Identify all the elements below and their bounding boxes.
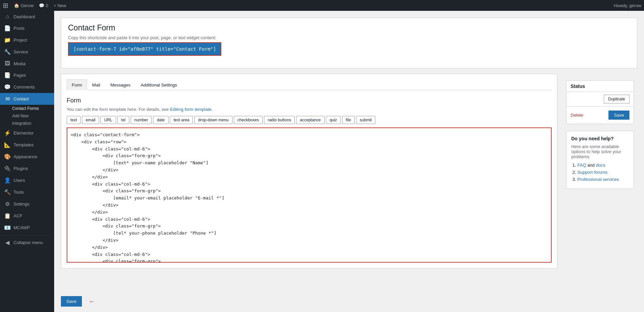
sidebar-label-acf: ACF	[14, 213, 22, 218]
sidebar-item-acf[interactable]: 📋 ACF	[0, 210, 54, 222]
sidebar-item-appearance[interactable]: 🎨 Appearance	[0, 151, 54, 163]
sidebar-item-contact[interactable]: ✉ Contact	[0, 93, 54, 105]
sidebar-label-media: Media	[14, 61, 25, 66]
tag-btn-tel[interactable]: tel	[117, 116, 129, 124]
support-forums-link[interactable]: Support forums	[577, 170, 607, 175]
shortcode-box[interactable]: [contact-form-7 id="af0e077" title="Cont…	[68, 42, 221, 56]
tag-btn-dropdown[interactable]: drop-down menu	[194, 116, 232, 124]
professional-services-link[interactable]: Professional services	[577, 177, 619, 182]
tag-btn-number[interactable]: number	[131, 116, 152, 124]
help-list-item-1: FAQ and docs	[577, 163, 629, 168]
contact-icon: ✉	[4, 96, 11, 102]
admin-bar: ⊞ 🏠 Gerow 💬 0 + New Howdy, gerow	[0, 0, 644, 11]
tab-mail[interactable]: Mail	[87, 79, 105, 90]
delete-link[interactable]: Delete	[571, 113, 583, 118]
sidebar-label-tools: Tools	[14, 190, 24, 195]
sidebar-item-pages[interactable]: 📑 Pages	[0, 69, 54, 81]
tag-btn-file[interactable]: file	[342, 116, 355, 124]
mc4wp-icon: 📧	[4, 224, 11, 231]
status-box-header: Status	[567, 81, 634, 92]
tag-btn-quiz[interactable]: quiz	[326, 116, 341, 124]
tools-icon: 🔨	[4, 189, 11, 195]
sidebar-label-settings: Settings	[14, 201, 29, 207]
sidebar-item-media[interactable]: 🖼 Media	[0, 58, 54, 69]
new-item-button[interactable]: + New	[54, 3, 66, 8]
help-description: Here are some available options to help …	[571, 144, 629, 159]
page-title: Contact Form	[68, 23, 630, 32]
tag-btn-checkboxes[interactable]: checkboxes	[234, 116, 263, 124]
help-list-item-3: Professional services	[577, 177, 629, 182]
sidebar-item-service[interactable]: 🔧 Service	[0, 46, 54, 58]
tag-btn-radio[interactable]: radio buttons	[264, 116, 295, 124]
faq-link[interactable]: FAQ	[577, 163, 586, 168]
collapse-icon: ◀	[4, 239, 11, 246]
bottom-save-button[interactable]: Save	[61, 296, 82, 307]
sidebar-item-settings[interactable]: ⚙ Settings	[0, 198, 54, 210]
collapse-menu-button[interactable]: ◀ Collapse menu	[0, 237, 54, 248]
tag-btn-date[interactable]: date	[153, 116, 168, 124]
sidebar-sub-contact-forms[interactable]: Contact Forms	[0, 105, 54, 112]
tag-btn-textarea[interactable]: text area	[170, 116, 193, 124]
save-button-status[interactable]: Save	[608, 111, 629, 120]
service-icon: 🔧	[4, 49, 11, 55]
sidebar-item-tools[interactable]: 🔨 Tools	[0, 186, 54, 198]
comments-icon: 💬	[4, 84, 11, 90]
tab-additional-settings[interactable]: Additional Settings	[135, 79, 182, 90]
sidebar-sub-add-new[interactable]: Add New	[0, 112, 54, 120]
docs-link[interactable]: docs	[596, 163, 605, 168]
sidebar-item-elementor[interactable]: ⚡ Elementor	[0, 127, 54, 139]
tag-btn-submit[interactable]: submit	[356, 116, 375, 124]
comments-link[interactable]: 💬 0	[39, 3, 48, 8]
wp-logo[interactable]: ⊞	[3, 1, 8, 9]
appearance-icon: 🎨	[4, 153, 11, 160]
sidebar-sub-integration[interactable]: Integration	[0, 120, 54, 127]
tag-btn-text[interactable]: text	[67, 116, 81, 124]
right-sidebar: Status Duplicate Delete Save Do you need…	[563, 74, 637, 268]
sidebar-label-appearance: Appearance	[14, 154, 37, 159]
tag-btn-url[interactable]: URL	[101, 116, 116, 124]
sidebar-item-users[interactable]: 👤 Users	[0, 174, 54, 186]
sidebar-label-project: Project	[14, 38, 27, 43]
elementor-icon: ⚡	[4, 130, 11, 136]
posts-icon: 📄	[4, 25, 11, 31]
users-icon: 👤	[4, 177, 11, 184]
sidebar-label-mc4wp: MC4WP	[14, 225, 30, 230]
status-box-body: Delete Save	[567, 106, 634, 124]
plugins-icon: 🔌	[4, 165, 11, 172]
help-links-list: FAQ and docs Support forums Professional…	[571, 163, 629, 182]
sidebar-label-service: Service	[14, 49, 28, 54]
shortcode-code: [contact-form-7 id="af0e077" title="Cont…	[73, 46, 216, 52]
sidebar-item-dashboard[interactable]: ⌂ Dashboard	[0, 11, 54, 22]
sidebar-label-posts: Posts	[14, 26, 25, 31]
code-textarea[interactable]: <div class="contact-form"> <div class="r…	[67, 128, 551, 262]
home-icon: 🏠	[14, 3, 19, 8]
sidebar-label-dashboard: Dashboard	[14, 14, 35, 19]
status-box-top: Duplicate	[567, 92, 634, 106]
sidebar-item-templates[interactable]: 📐 Templates	[0, 139, 54, 151]
sidebar-item-posts[interactable]: 📄 Posts	[0, 22, 54, 34]
tab-messages[interactable]: Messages	[105, 79, 135, 90]
sidebar-label-contact: Contact	[14, 96, 29, 101]
media-icon: 🖼	[4, 61, 11, 67]
tab-form[interactable]: Form	[67, 79, 87, 90]
form-tabs: Form Mail Messages Additional Settings	[67, 79, 552, 90]
sidebar-separator	[0, 235, 54, 235]
help-box: Do you need help? Here are some availabl…	[566, 131, 634, 189]
sidebar-item-plugins[interactable]: 🔌 Plugins	[0, 163, 54, 174]
sidebar-item-project[interactable]: 📁 Project	[0, 34, 54, 46]
sidebar-item-comments[interactable]: 💬 Comments	[0, 81, 54, 93]
site-name[interactable]: 🏠 Gerow	[14, 3, 34, 8]
duplicate-button[interactable]: Duplicate	[604, 95, 629, 103]
user-howdy: Howdy, gerow	[614, 3, 641, 8]
code-editor[interactable]: <div class="contact-form"> <div class="r…	[67, 127, 552, 263]
editing-template-link[interactable]: Editing form template.	[170, 107, 213, 112]
dashboard-icon: ⌂	[4, 14, 11, 20]
sidebar-label-comments: Comments	[14, 85, 35, 90]
sidebar-item-mc4wp[interactable]: 📧 MC4WP	[0, 222, 54, 234]
sidebar-label-pages: Pages	[14, 73, 26, 78]
arrow-indicator: ←	[89, 297, 95, 305]
tag-btn-acceptance[interactable]: acceptance	[296, 116, 324, 124]
tag-btn-email[interactable]: email	[82, 116, 99, 124]
pages-icon: 📑	[4, 72, 11, 78]
collapse-menu-label: Collapse menu	[14, 240, 43, 245]
